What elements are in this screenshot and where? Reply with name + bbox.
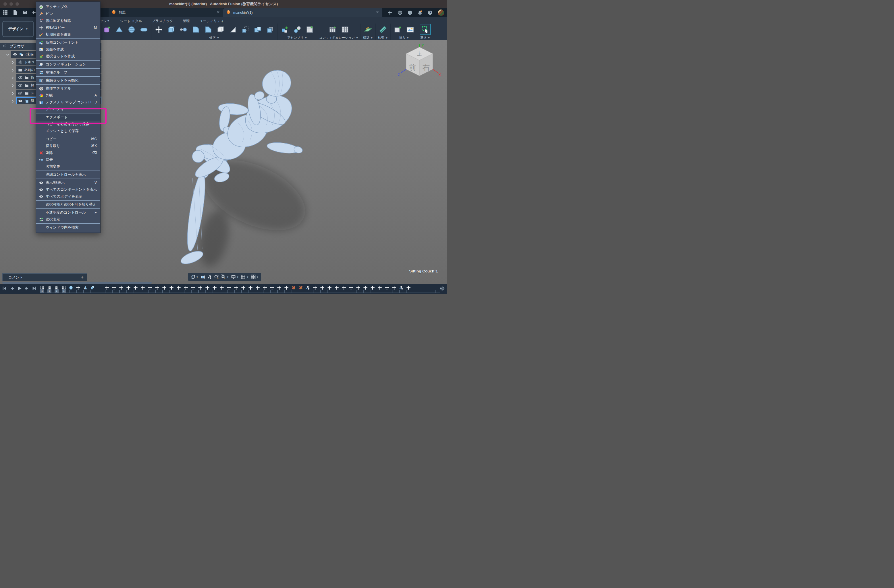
insert-canvas-tool[interactable] [393, 24, 403, 35]
offset-face-tool[interactable] [264, 24, 275, 35]
move-feature-marker[interactable] [219, 285, 224, 290]
chevron-right-icon[interactable] [11, 91, 15, 96]
move-feature-marker[interactable] [147, 285, 153, 290]
move-tool[interactable] [153, 24, 164, 35]
move-feature-marker[interactable] [370, 285, 375, 290]
menu-item[interactable]: 除去 [36, 156, 100, 163]
menu-item[interactable]: すべてのボディを表示 [36, 193, 100, 200]
ribbon-tab[interactable]: シート メタル [119, 18, 143, 24]
menu-item[interactable]: 不透明度のコントロール▶ [36, 209, 100, 216]
close-window-icon[interactable] [3, 2, 7, 6]
menu-item[interactable]: 表示/非表示V [36, 179, 100, 186]
file-new-icon[interactable] [13, 10, 18, 15]
grid-settings-button[interactable]: ▼ [241, 274, 249, 279]
viewports-button[interactable]: ▼ [251, 274, 259, 279]
move-feature-marker[interactable] [212, 285, 217, 290]
menu-item[interactable]: 接触セットを有効化 [36, 77, 100, 84]
orbit-button[interactable]: ▼ [190, 274, 198, 279]
menu-item[interactable]: テクスチャ マップ コントロール [36, 99, 100, 106]
chamfer-tool[interactable] [203, 24, 213, 35]
remove-feature-marker[interactable] [427, 285, 433, 290]
menu-item[interactable]: 図面を作成 [36, 46, 100, 53]
move-feature-marker[interactable] [169, 285, 174, 290]
ribbon-group-label[interactable]: 検査▼ [378, 36, 388, 40]
menu-item[interactable]: 切り取り⌘X [36, 142, 100, 149]
timeline-expand-marker[interactable]: + [47, 289, 51, 293]
move-feature-marker[interactable] [356, 285, 361, 290]
select-cursor-tool[interactable] [420, 24, 430, 35]
pin-joint-marker[interactable] [399, 285, 404, 290]
timeline-expand-marker[interactable]: + [62, 289, 66, 293]
close-tab-icon[interactable] [216, 10, 220, 15]
menu-item[interactable]: 外観A [36, 92, 100, 99]
pan-hand-button[interactable] [207, 274, 212, 279]
prism-tool[interactable] [114, 24, 124, 35]
move-feature-marker[interactable] [227, 285, 231, 290]
move-feature-marker[interactable] [234, 285, 239, 290]
look-at-button[interactable] [201, 274, 205, 279]
move-feature-marker[interactable] [162, 285, 167, 290]
save-icon[interactable] [23, 10, 27, 15]
fillet-tool[interactable] [190, 24, 201, 35]
move-feature-marker[interactable] [384, 285, 390, 290]
chevron-down-icon[interactable]: ▼ [196, 276, 198, 279]
move-feature-marker[interactable] [183, 285, 189, 290]
maximize-window-icon[interactable] [15, 2, 19, 6]
move-feature-marker[interactable] [126, 285, 131, 290]
remove-tool[interactable] [178, 24, 189, 35]
move-feature-marker[interactable] [269, 285, 275, 290]
notifications-bell-icon[interactable] [417, 10, 423, 15]
apps-grid-icon[interactable] [3, 10, 8, 15]
step-forward-icon[interactable] [24, 286, 30, 291]
move-feature-marker[interactable] [341, 285, 346, 290]
pin-joint-marker[interactable] [305, 285, 311, 290]
move-feature-marker[interactable] [406, 285, 411, 290]
viewcube[interactable]: 上 前 右 Y Z X [396, 43, 442, 80]
menu-item[interactable]: 移動/コピーM [36, 24, 100, 31]
move-feature-marker[interactable] [334, 285, 339, 290]
shell-tool[interactable] [215, 24, 226, 35]
ribbon-group-label[interactable]: コンフィギュレーション▼ [319, 36, 358, 40]
chevron-down-icon[interactable] [5, 52, 10, 57]
move-feature-marker[interactable] [391, 285, 397, 290]
menu-item[interactable]: 剛性グループ [36, 69, 100, 76]
joint-origin-tool[interactable] [304, 24, 315, 35]
menu-item[interactable]: 親に固定を解除 [36, 17, 100, 24]
play-icon[interactable] [17, 286, 22, 291]
ribbon-tab[interactable]: プラスチック [151, 18, 174, 24]
menu-item[interactable]: 物理マテリアル [36, 85, 100, 92]
chevron-down-icon[interactable]: ▼ [236, 276, 239, 279]
zoom-button[interactable] [214, 274, 219, 279]
ribbon-group-label[interactable]: 修正▼ [210, 36, 219, 40]
press-pull-tool[interactable] [166, 24, 177, 35]
menu-item[interactable]: コピー⌘C [36, 136, 100, 142]
menu-item[interactable]: 選択表示 [36, 216, 100, 223]
new-component-tool[interactable] [279, 24, 290, 35]
move-feature-marker[interactable] [198, 285, 203, 290]
ribbon-group-label[interactable]: アセンブリ▼ [287, 36, 307, 40]
move-feature-marker[interactable] [248, 285, 253, 290]
extensions-globe-icon[interactable] [397, 10, 402, 15]
chevron-down-icon[interactable]: ▼ [246, 276, 249, 279]
go-to-start-icon[interactable] [2, 286, 7, 291]
move-feature-marker[interactable] [377, 285, 382, 290]
menu-item[interactable]: ピン [36, 11, 100, 17]
zoom-window-button[interactable]: ▼ [221, 274, 229, 279]
combine-feature-marker[interactable] [90, 285, 95, 290]
move-feature-marker[interactable] [133, 285, 138, 290]
capsule-tool[interactable] [139, 24, 149, 35]
chevron-right-icon[interactable] [11, 60, 15, 65]
insert-image-tool[interactable] [405, 24, 416, 35]
ribbon-tab[interactable]: 管理 [181, 18, 191, 24]
minimize-window-icon[interactable] [9, 2, 13, 6]
move-feature-marker[interactable] [284, 285, 289, 290]
timeline-expand-marker[interactable]: + [40, 289, 44, 293]
joint-tool[interactable] [292, 24, 302, 35]
display-settings-button[interactable]: ▼ [231, 274, 239, 279]
menu-item[interactable]: 新規コンポーネント [36, 39, 100, 46]
remove-feature-marker[interactable] [97, 285, 102, 290]
chevron-right-icon[interactable] [11, 68, 15, 72]
chevron-right-icon[interactable] [11, 83, 15, 88]
menu-item[interactable]: コンフィギュレーション [36, 61, 100, 68]
menu-item[interactable]: メッシュとして保存 [36, 128, 100, 134]
